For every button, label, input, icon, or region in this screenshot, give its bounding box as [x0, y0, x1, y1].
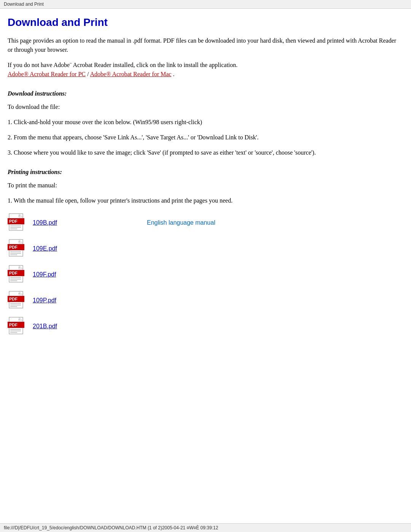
- printing-step1: 1. With the manual file open, follow you…: [8, 196, 400, 205]
- status-bar: file:///D|/EDFU/crt_19_5/edoc/english/DO…: [0, 523, 411, 532]
- period: .: [173, 71, 174, 77]
- pdf-icon: PDF ↱: [8, 316, 27, 336]
- download-step2: 2. From the menu that appears, choose 'S…: [8, 133, 400, 142]
- pdf-file-link[interactable]: 109B.pdf: [33, 219, 78, 226]
- browser-title-bar: Download and Print: [0, 0, 411, 9]
- svg-text:↱: ↱: [18, 267, 20, 269]
- printing-intro: To print the manual:: [8, 181, 400, 190]
- pdf-file-link[interactable]: 109E.pdf: [33, 245, 78, 252]
- svg-text:PDF: PDF: [9, 271, 18, 275]
- pdf-icon: PDF ↱: [8, 239, 27, 259]
- pdf-icon: PDF ↱: [8, 213, 27, 233]
- pdf-list-item: PDF ↱ 109P.pdf: [8, 291, 400, 310]
- page-title: Download and Print: [8, 16, 400, 29]
- svg-text:↱: ↱: [18, 215, 20, 217]
- pdf-list-item: PDF ↱ 109E.pdf: [8, 239, 400, 259]
- pdf-file-list: PDF ↱ 109B.pdf English language manual: [8, 213, 400, 336]
- svg-text:↱: ↱: [18, 241, 20, 243]
- download-heading: Download instructions:: [8, 90, 400, 97]
- pdf-description: English language manual: [147, 219, 215, 226]
- intro-paragraph-2-text: If you do not have Adobe¨ Acrobat Reader…: [8, 62, 237, 68]
- download-step3: 3. Choose where you would like to save t…: [8, 148, 400, 157]
- pdf-icon: PDF ↱: [8, 265, 27, 284]
- svg-text:↱: ↱: [18, 318, 20, 321]
- link-separator: /: [87, 71, 90, 77]
- pdf-file-link[interactable]: 201B.pdf: [33, 323, 78, 330]
- svg-text:PDF: PDF: [9, 297, 18, 301]
- pdf-list-item: PDF ↱ 109F.pdf: [8, 265, 400, 284]
- svg-text:↱: ↱: [18, 292, 20, 295]
- printing-heading: Printing instructions:: [8, 169, 400, 176]
- pdf-file-link[interactable]: 109F.pdf: [33, 271, 78, 278]
- pdf-list-item: PDF ↱ 201B.pdf: [8, 316, 400, 336]
- svg-text:PDF: PDF: [9, 245, 18, 249]
- svg-text:PDF: PDF: [9, 219, 18, 224]
- download-intro: To download the file:: [8, 102, 400, 112]
- acrobat-mac-link[interactable]: Adobe® Acrobat Reader for Mac: [90, 71, 172, 77]
- download-step1: 1. Click-and-hold your mouse over the ic…: [8, 118, 400, 127]
- pdf-icon: PDF ↱: [8, 291, 27, 310]
- page-content: Download and Print This page provides an…: [0, 9, 411, 373]
- browser-title-text: Download and Print: [4, 2, 44, 7]
- pdf-file-link[interactable]: 109P.pdf: [33, 297, 78, 304]
- status-bar-text: file:///D|/EDFU/crt_19_5/edoc/english/DO…: [4, 525, 218, 530]
- svg-text:PDF: PDF: [9, 323, 18, 327]
- pdf-list-item: PDF ↱ 109B.pdf English language manual: [8, 213, 400, 233]
- acrobat-pc-link[interactable]: Adobe® Acrobat Reader for PC: [8, 71, 86, 77]
- intro-paragraph-2: If you do not have Adobe¨ Acrobat Reader…: [8, 61, 400, 79]
- intro-paragraph-1: This page provides an option to read the…: [8, 36, 400, 54]
